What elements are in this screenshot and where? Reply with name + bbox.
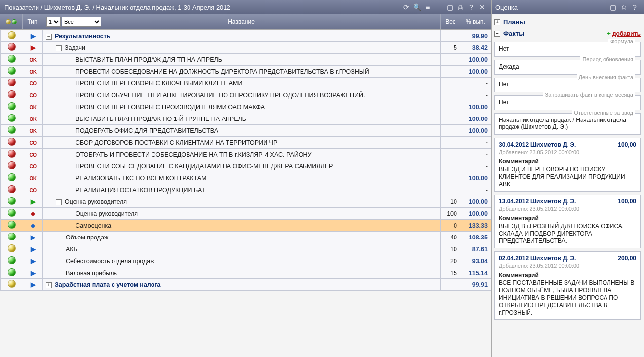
type-icon: ▶ — [23, 30, 43, 42]
maximize-icon[interactable]: ▢ — [608, 2, 618, 12]
row-name[interactable]: Объем продаж — [43, 232, 441, 243]
entry-amount: 200,00 — [618, 255, 636, 262]
type-icon: CO — [23, 160, 43, 172]
collapse-icon[interactable]: − — [56, 45, 62, 51]
row-weight — [441, 113, 460, 125]
table-row[interactable]: OKПРОВЕСТИ СОБЕСЕДОВАНИЕ НА ДОЛЖНОСТЬ ДИ… — [1, 66, 491, 78]
row-weight: 100 — [441, 208, 460, 220]
row-name[interactable]: ОТОБРАТЬ И ПРОВЕСТИ СОБЕСЕДОВАНИЕ НА ТП … — [43, 149, 441, 160]
table-row[interactable]: ▶+Заработная плата с учетом налога99.91 — [1, 279, 491, 291]
entry-author: Шихметов Д. Э. — [529, 198, 618, 205]
col-weight[interactable]: Вес — [441, 14, 460, 29]
row-name[interactable]: РЕАЛИЛАЦИЯ ОСТАТКОВ ПРОДУКЦИИ БАТ — [43, 184, 441, 196]
table-row[interactable]: ▶−Оценка руководителя10100.00 — [1, 196, 491, 208]
filter-select[interactable]: Все — [62, 17, 101, 27]
facts-label: Факты — [503, 30, 524, 37]
table-row[interactable]: OKРЕАЛИЗОВАТЬ ТКС ПО ВСЕМ КОНТРАКТАМ100.… — [1, 172, 491, 184]
status-dot — [1, 125, 23, 137]
row-name[interactable]: Себестоимость отдела продаж — [43, 255, 441, 267]
row-name[interactable]: −Оценка руководителя — [43, 196, 441, 208]
type-icon: OK — [23, 172, 43, 184]
close-icon[interactable]: ✕ — [477, 2, 487, 12]
table-row[interactable]: COПРОВЕСТИ ПЕРЕГОВОРЫ С КЛЮЧЕВЫМИ КЛИЕНТ… — [1, 78, 491, 89]
help-icon[interactable]: ? — [466, 2, 476, 12]
row-name[interactable]: −Задачи — [43, 42, 441, 54]
row-name[interactable]: ПРОВЕСТИ СОБЕСЕДОВАНИЕ С КАНДИДАТАМИ НА … — [43, 160, 441, 172]
expand-icon[interactable]: + — [46, 282, 52, 288]
row-name[interactable]: Самооценка — [43, 220, 441, 232]
type-icon: OK — [23, 113, 43, 125]
row-weight — [441, 30, 460, 42]
table-row[interactable]: OKВЫСТАВИТЬ ПЛАН ПРОДАЖ ПО 1-Й ГРУППЕ НА… — [1, 113, 491, 125]
type-icon: ▶ — [23, 42, 43, 54]
level-select[interactable]: 1 — [46, 17, 61, 27]
row-name[interactable]: ПРОВЕСТИ ПЕРЕГОВОРЫ С ПРОИЗВОДИТЕЛЯМИ ОА… — [43, 101, 441, 113]
row-name[interactable]: Валовая прибыль — [43, 267, 441, 279]
row-name[interactable]: ВЫСТАВИТЬ ПЛАН ПРОДАЖ ПО 1-Й ГРУППЕ НА А… — [43, 113, 441, 125]
type-icon: OK — [23, 66, 43, 78]
row-weight: 0 — [441, 220, 460, 232]
type-icon: ▶ — [23, 279, 43, 291]
minimize-icon[interactable]: — — [434, 2, 444, 12]
col-pct[interactable]: % вып. — [460, 14, 491, 29]
table-row[interactable]: OKВЫСТАВИТЬ ПЛАН ПРОДАЖ ДЛЯ ТП НА АПРЕЛЬ… — [1, 54, 491, 66]
fact-entry[interactable]: 13.04.2012Шихметов Д. Э.100,00Добавлено:… — [494, 195, 641, 248]
left-titlebar: Показатели / Шихметов Д. Э. / Начальник … — [0, 0, 491, 14]
table-row[interactable]: COСБОР ДОГОВОРОВ ПОСТАВКИ С КЛИЕНТАМИ НА… — [1, 137, 491, 149]
table-row[interactable]: ▶АКБ1087.61 — [1, 243, 491, 255]
print-icon[interactable]: ⎙ — [455, 2, 465, 12]
add-link[interactable]: добавить — [612, 30, 641, 37]
search-icon[interactable]: 🔍 — [412, 2, 422, 12]
row-weight — [441, 149, 460, 160]
table-row[interactable]: ▶Объем продаж40108.35 — [1, 232, 491, 243]
table-row[interactable]: COРЕАЛИЛАЦИЯ ОСТАТКОВ ПРОДУКЦИИ БАТ- — [1, 184, 491, 196]
table-row[interactable]: OKПОДОБРАТЬ ОФИС ДЛЯ ПРЕДСТАВИТЕЛЬСТВА10… — [1, 125, 491, 137]
facts-section[interactable]: − Факты + добавить — [494, 28, 641, 39]
table-row[interactable]: Самооценка0133.33 — [1, 220, 491, 232]
table-row[interactable]: COПРОВЕСТИ ОБУЧЕНИЕ ТП И АНКЕТИРОВАНИЕ П… — [1, 89, 491, 101]
type-icon: OK — [23, 54, 43, 66]
grid-body[interactable]: ▶−Результативность99.90▶−Задачи538.42OKВ… — [0, 29, 491, 357]
table-row[interactable]: ▶Себестоимость отдела продаж2093.04 — [1, 255, 491, 267]
table-row[interactable]: COПРОВЕСТИ СОБЕСЕДОВАНИЕ С КАНДИДАТАМИ Н… — [1, 160, 491, 172]
entryday-value: Нет — [499, 81, 509, 88]
maximize-icon[interactable]: ▢ — [445, 2, 455, 12]
fact-entry[interactable]: 02.04.2012Шихметов Д. Э.200,00Добавлено:… — [494, 251, 641, 320]
status-dot — [1, 279, 23, 291]
collapse-icon[interactable]: − — [56, 199, 62, 205]
plans-expander[interactable]: + — [494, 19, 500, 25]
table-row[interactable]: OKПРОВЕСТИ ПЕРЕГОВОРЫ С ПРОИЗВОДИТЕЛЯМИ … — [1, 101, 491, 113]
print-icon[interactable]: ⎙ — [619, 2, 629, 12]
collapse-icon[interactable]: − — [46, 34, 52, 40]
type-icon: OK — [23, 125, 43, 137]
row-name[interactable]: −Результативность — [43, 30, 441, 42]
row-name[interactable]: Оценка руководителя — [43, 208, 441, 220]
help-icon[interactable]: ? — [630, 2, 640, 12]
minimize-icon[interactable]: — — [597, 2, 607, 12]
row-name[interactable]: +Заработная плата с учетом налога — [43, 279, 441, 291]
row-weight: 10 — [441, 196, 460, 208]
refresh-icon[interactable]: ⟳ — [401, 2, 411, 12]
table-row[interactable]: Оценка руководителя100100.00 — [1, 208, 491, 220]
responsible-value: Начальник отдела продаж / Начальник отде… — [499, 117, 626, 130]
table-row[interactable]: ▶−Задачи538.42 — [1, 42, 491, 54]
row-name[interactable]: РЕАЛИЗОВАТЬ ТКС ПО ВСЕМ КОНТРАКТАМ — [43, 172, 441, 184]
facts-expander[interactable]: − — [494, 31, 500, 37]
plans-section[interactable]: + Планы — [494, 16, 641, 28]
col-type[interactable]: Тип — [23, 14, 42, 29]
table-row[interactable]: ▶Валовая прибыль15115.14 — [1, 267, 491, 279]
row-name[interactable]: АКБ — [43, 243, 441, 255]
row-name[interactable]: ПОДОБРАТЬ ОФИС ДЛЯ ПРЕДСТАВИТЕЛЬСТВА — [43, 125, 441, 137]
row-name[interactable]: ПРОВЕСТИ ОБУЧЕНИЕ ТП И АНКЕТИРОВАНИЕ ПО … — [43, 89, 441, 101]
row-weight: 40 — [441, 232, 460, 243]
fact-entry[interactable]: 30.04.2012Шихметов Д. Э.100,00Добавлено:… — [494, 138, 641, 192]
status-dot — [1, 220, 23, 232]
row-name[interactable]: ВЫСТАВИТЬ ПЛАН ПРОДАЖ ДЛЯ ТП НА АПРЕЛЬ — [43, 54, 441, 66]
row-name[interactable]: ПРОВЕСТИ ПЕРЕГОВОРЫ С КЛЮЧЕВЫМИ КЛИЕНТАМ… — [43, 78, 441, 89]
row-name[interactable]: СБОР ДОГОВОРОВ ПОСТАВКИ С КЛИЕНТАМИ НА Т… — [43, 137, 441, 149]
row-pct: - — [460, 78, 491, 89]
table-row[interactable]: COОТОБРАТЬ И ПРОВЕСТИ СОБЕСЕДОВАНИЕ НА Т… — [1, 149, 491, 160]
list-icon[interactable]: ≡ — [423, 2, 433, 12]
row-name[interactable]: ПРОВЕСТИ СОБЕСЕДОВАНИЕ НА ДОЛЖНОСТЬ ДИРЕ… — [43, 66, 441, 78]
table-row[interactable]: ▶−Результативность99.90 — [1, 30, 491, 42]
